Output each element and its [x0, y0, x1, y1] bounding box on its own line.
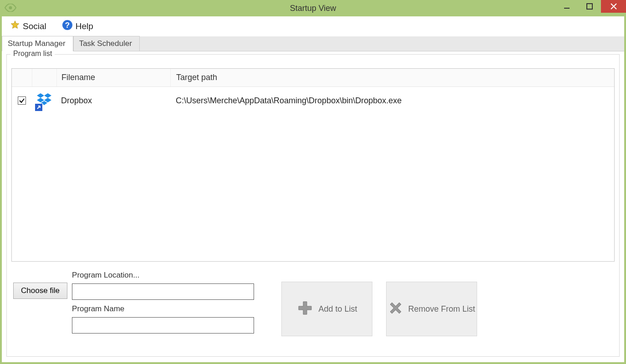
choose-file-button[interactable]: Choose file: [13, 283, 67, 299]
help-button[interactable]: ? Help: [62, 20, 93, 33]
svg-point-0: [9, 6, 12, 9]
program-name-label: Program Name: [72, 304, 254, 313]
help-icon: ?: [62, 20, 73, 33]
column-filename[interactable]: Filename: [56, 69, 170, 86]
star-icon: [10, 20, 20, 32]
titlebar: Startup View: [0, 0, 626, 16]
program-location-label: Program Location...: [72, 271, 254, 280]
row-filename: Dropbox: [56, 87, 170, 114]
column-target[interactable]: Target path: [170, 69, 614, 86]
svg-rect-2: [587, 4, 592, 9]
remove-from-list-button[interactable]: Remove From List: [386, 282, 477, 336]
row-target: C:\Users\Merche\AppData\Roaming\Dropbox\…: [170, 87, 614, 114]
social-label: Social: [23, 21, 46, 31]
add-to-list-button[interactable]: Add to List: [281, 282, 372, 336]
tab-startup-manager[interactable]: Startup Manager: [2, 36, 73, 51]
program-list-group: Program list Filename Target path: [6, 54, 620, 357]
minimize-button[interactable]: [555, 0, 578, 13]
svg-rect-1: [564, 8, 570, 9]
list-item[interactable]: Dropbox C:\Users\Merche\AppData\Roaming\…: [12, 87, 614, 114]
tab-task-scheduler[interactable]: Task Scheduler: [73, 36, 140, 51]
close-button[interactable]: [601, 0, 626, 13]
toolbar: Social ? Help: [2, 16, 624, 36]
group-legend: Program list: [10, 50, 55, 58]
window-title: Startup View: [290, 4, 336, 13]
social-button[interactable]: Social: [10, 20, 46, 32]
x-icon: [388, 301, 403, 318]
program-location-input[interactable]: [72, 283, 254, 300]
help-label: Help: [76, 21, 93, 31]
program-listview[interactable]: Filename Target path: [11, 68, 615, 262]
app-eye-icon: [5, 4, 16, 13]
program-name-input[interactable]: [72, 317, 254, 334]
tabstrip: Startup Manager Task Scheduler: [2, 36, 624, 51]
shortcut-arrow-icon: [35, 103, 43, 111]
maximize-button[interactable]: [578, 0, 601, 13]
plus-icon: [297, 300, 313, 318]
listview-header: Filename Target path: [12, 69, 614, 87]
add-to-list-label: Add to List: [319, 304, 357, 314]
svg-text:?: ?: [65, 21, 70, 30]
remove-from-list-label: Remove From List: [408, 304, 475, 314]
row-checkbox[interactable]: [18, 96, 26, 105]
